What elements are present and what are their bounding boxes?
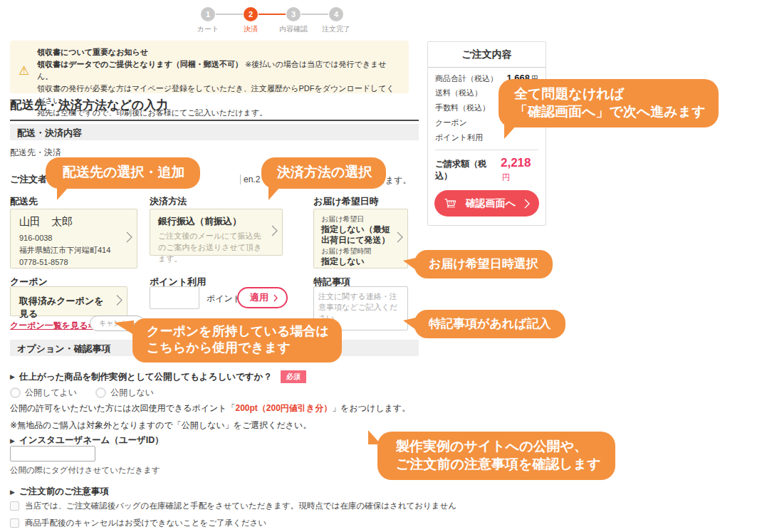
callout-tail — [268, 187, 280, 200]
points-apply-button[interactable]: 適用 — [237, 287, 288, 308]
chevron-right-icon — [273, 294, 278, 302]
points-unit-label: ポイント — [207, 293, 241, 305]
callout-text: クーポンを所持している場合は — [147, 323, 329, 340]
bullet-arrow-icon: ▶ — [10, 489, 15, 496]
radio-circle-icon[interactable] — [95, 387, 106, 398]
chevron-right-icon — [524, 199, 530, 209]
orderer-email-fragment: en.2 — [240, 174, 260, 184]
insta-tag-note: 公開の際にタグ付けさせていただきます — [10, 465, 160, 476]
step-label-confirm: 内容確認 — [279, 24, 308, 34]
publish-radio-group: 公開してよい 公開しない — [10, 387, 154, 399]
summary-row-label: 手数料（税込） — [435, 103, 490, 113]
callout-delivery-select: お届け希望日時選択 — [414, 250, 553, 278]
delivery-date-value: 指定しない（最短出荷日にて発送） — [321, 224, 396, 246]
radio-publish-yes-label: 公開してよい — [25, 387, 77, 399]
callout-text: ご注文前の注意事項を確認します — [396, 456, 601, 474]
step-label-payment: 決済 — [244, 24, 258, 34]
callout-tail — [403, 258, 416, 270]
bullet-arrow-icon: ▶ — [10, 373, 15, 380]
orderer-label: ご注文者 — [10, 173, 47, 186]
shipping-heading: 配送先 — [10, 195, 38, 208]
checkbox-icon[interactable] — [10, 501, 19, 511]
callout-tail — [368, 430, 381, 444]
step-connector — [216, 14, 243, 15]
view-coupons-label: 取得済みクーポンを見る — [19, 296, 104, 319]
section-header-shipping-payment: 配送・決済内容 — [10, 124, 419, 140]
shipping-address: 福井県鯖江市下河端町414 — [19, 244, 122, 256]
stock-confirm-checkbox-row: 当店では、ご注文確認後バッグの在庫確認と手配をさせていただきます。現時点では在庫… — [10, 501, 456, 511]
radio-publish-no-label: 公開しない — [110, 387, 154, 399]
step-label-cart: カート — [197, 24, 219, 34]
points-note-highlight: 200pt（200円値引き分） — [236, 403, 333, 413]
required-badge: 必須 — [281, 370, 306, 383]
callout-text: 配送先の選択・追加 — [63, 165, 184, 179]
checkout-step-indicator: 1 2 3 4 カート 決済 内容確認 注文完了 — [187, 4, 358, 33]
order-summary-panel: ご注文内容 商品合計（税込） 1,668円 送料（税込） 手数料（税込） クーポ… — [427, 41, 546, 226]
chevron-right-icon — [116, 295, 122, 308]
cart-icon — [444, 197, 457, 210]
publish-question: 仕上がった商品を制作実例として公開してもよろしいですか？ — [19, 371, 272, 383]
callout-text: 全て問題なければ — [514, 85, 706, 103]
chevron-right-icon — [271, 225, 278, 239]
plain-item-note: ※無地品のご購入は対象外となりますので「公開しない」をご選択ください。 — [10, 419, 311, 432]
step-circle-complete: 4 — [329, 7, 343, 21]
chevron-right-icon — [397, 231, 403, 246]
callout-text: 決済方法の選択 — [277, 165, 372, 179]
summary-row-points: ポイント利用 — [435, 132, 538, 147]
step-circle-confirm: 3 — [286, 7, 301, 21]
notice-line2-bold: 領収書はデータでのご提供となります（同梱・郵送不可） — [37, 60, 243, 68]
delivery-time-label: お届け希望時間 — [321, 246, 396, 256]
summary-row-label: 送料（税込） — [435, 88, 482, 98]
callout-tail — [57, 187, 68, 200]
payment-heading: 決済方法 — [150, 195, 187, 208]
callout-remarks-note: 特記事項があれば記入 — [414, 310, 565, 338]
delivery-date-label: お届け希望日 — [321, 214, 396, 224]
summary-total-label: ご請求額（税込） — [435, 158, 501, 182]
radio-publish-no[interactable]: 公開しない — [95, 387, 154, 399]
shipping-name: 山田 太郎 — [19, 215, 122, 229]
callout-text: 特記事項があれば記入 — [429, 317, 551, 330]
coupon-list-link[interactable]: クーポン一覧を見る» — [10, 320, 93, 332]
publish-question-row: ▶ 仕上がった商品を制作実例として公開してもよろしいですか？ 必須 — [10, 370, 306, 383]
confirm-screen-button[interactable]: 確認画面へ — [434, 190, 539, 217]
publish-points-note: 公開の許可をいただいた方には次回使用できるポイント「200pt（200円値引き分… — [10, 402, 410, 414]
no-cancel-checkbox-label: 商品手配後のキャンセルはお受けできないことをご了承ください — [25, 518, 266, 528]
callout-text: 製作実例のサイトへの公開や、 — [396, 438, 601, 456]
callout-tail — [504, 125, 517, 139]
callout-text: こちらから使用できます — [147, 340, 329, 356]
callout-text: お届け希望日時選択 — [429, 257, 538, 271]
points-note-post: 」をおつけします。 — [332, 403, 410, 413]
confirm-screen-button-label: 確認画面へ — [457, 197, 524, 210]
callout-confirm-next: 全て問題なければ 「確認画面へ」で次へ進みます — [499, 79, 719, 127]
view-coupons-button[interactable]: 取得済みクーポンを見る — [10, 286, 127, 316]
callout-options-check: 製作実例のサイトへの公開や、 ご注文前の注意事項を確認します — [377, 432, 615, 480]
delivery-datetime-card[interactable]: お届け希望日 指定しない（最短出荷日にて発送） お届け希望時間 指定しない — [313, 209, 408, 268]
callout-coupon-use: クーポンを所持している場合は こちらから使用できます — [132, 318, 342, 363]
checkbox-icon[interactable] — [10, 518, 19, 528]
delivery-time-value: 指定しない — [321, 256, 396, 267]
shipping-postal: 916-0038 — [19, 232, 122, 244]
insta-username-input[interactable] — [10, 446, 95, 461]
insta-username-label: インスタユーザネーム（ユーザID） — [19, 434, 164, 447]
shipping-phone: 0778-51-8578 — [19, 256, 122, 268]
order-summary-title: ご注文内容 — [428, 42, 546, 68]
precautions-row: ▶ ご注文前のご注意事項 — [10, 486, 109, 498]
summary-total-value: 2,218 — [501, 156, 531, 169]
shipping-address-card[interactable]: 山田 太郎 916-0038 福井県鯖江市下河端町414 0778-51-857… — [10, 209, 137, 268]
points-input[interactable] — [150, 286, 199, 309]
summary-total-unit: 円 — [502, 173, 510, 182]
radio-circle-icon[interactable] — [10, 387, 21, 398]
summary-row-label: クーポン — [435, 118, 467, 128]
payment-method: 銀行振込（前振込） — [158, 215, 268, 228]
insta-username-row: ▶ インスタユーザネーム（ユーザID） — [10, 434, 164, 447]
no-cancel-checkbox-row: 商品手配後のキャンセルはお受けできないことをご了承ください — [10, 518, 266, 528]
step-connector — [301, 14, 328, 15]
points-note-pre: 公開の許可をいただいた方には次回使用できるポイント「 — [10, 403, 236, 413]
payment-method-card[interactable]: 銀行振込（前振込） ご注文後のメールにて振込先のご案内をお送りさせて頂きます。 — [150, 209, 283, 256]
points-apply-label: 適用 — [250, 291, 268, 304]
delivery-heading: お届け希望日時 — [313, 195, 379, 208]
stock-confirm-checkbox-label: 当店では、ご注文確認後バッグの在庫確認と手配をさせていただきます。現時点では在庫… — [25, 501, 456, 511]
step-label-complete: 注文完了 — [322, 24, 350, 34]
step-circle-cart: 1 — [201, 7, 215, 21]
radio-publish-yes[interactable]: 公開してよい — [10, 387, 77, 399]
